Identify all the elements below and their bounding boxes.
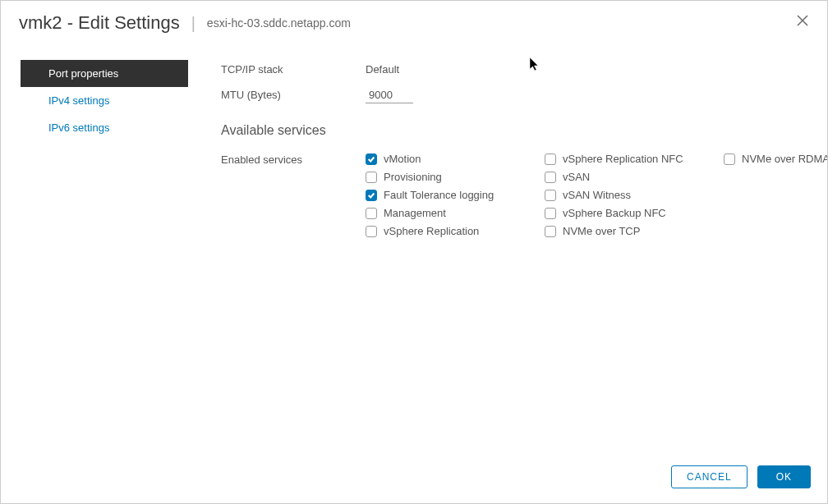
service-vsan[interactable]: vSAN bbox=[545, 171, 691, 183]
service-label: NVMe over RDMA bbox=[742, 153, 827, 165]
enabled-services-row: Enabled services vMotion Provisioning bbox=[221, 153, 827, 237]
checkbox-icon bbox=[545, 208, 556, 219]
checkbox-icon bbox=[366, 190, 377, 201]
service-label: vSAN bbox=[563, 171, 590, 183]
close-icon bbox=[797, 15, 808, 26]
dialog-subtitle: esxi-hc-03.sddc.netapp.com bbox=[207, 16, 351, 30]
edit-settings-dialog: vmk2 - Edit Settings | esxi-hc-03.sddc.n… bbox=[0, 0, 828, 504]
tcpip-stack-row: TCP/IP stack Default bbox=[221, 63, 827, 76]
dialog-header: vmk2 - Edit Settings | esxi-hc-03.sddc.n… bbox=[1, 1, 827, 45]
sidebar-item-ipv4-settings[interactable]: IPv4 settings bbox=[21, 87, 188, 114]
service-vmotion[interactable]: vMotion bbox=[366, 153, 512, 165]
service-management[interactable]: Management bbox=[366, 207, 512, 219]
tcpip-stack-value: Default bbox=[366, 63, 399, 76]
service-label: Management bbox=[384, 207, 446, 219]
enabled-services-label: Enabled services bbox=[221, 153, 366, 237]
checkbox-icon bbox=[545, 153, 556, 165]
service-label: vSAN Witness bbox=[563, 189, 631, 201]
checkbox-icon bbox=[366, 226, 377, 237]
service-nvme-over-rdma[interactable]: NVMe over RDMA bbox=[724, 153, 827, 165]
dialog-title: vmk2 - Edit Settings bbox=[19, 12, 180, 34]
checkbox-icon bbox=[366, 153, 377, 165]
cancel-button[interactable]: Cancel bbox=[671, 465, 748, 488]
sidebar-item-label: IPv6 settings bbox=[48, 121, 109, 134]
dialog-footer: Cancel OK bbox=[1, 456, 827, 503]
services-col-2: vSphere Replication NFC vSAN vSAN Witnes… bbox=[545, 153, 691, 237]
service-label: vSphere Replication bbox=[384, 225, 479, 237]
checkbox-icon bbox=[545, 190, 556, 201]
service-label: Fault Tolerance logging bbox=[384, 189, 494, 201]
service-nvme-over-tcp[interactable]: NVMe over TCP bbox=[545, 225, 691, 237]
header-separator: | bbox=[191, 14, 196, 33]
service-label: NVMe over TCP bbox=[563, 225, 640, 237]
sidebar-item-port-properties[interactable]: Port properties bbox=[21, 60, 188, 87]
service-label: Provisioning bbox=[384, 171, 442, 183]
available-services-title: Available services bbox=[221, 123, 827, 138]
sidebar-item-ipv6-settings[interactable]: IPv6 settings bbox=[21, 114, 188, 141]
sidebar-item-label: Port properties bbox=[48, 67, 118, 80]
service-label: vSphere Replication NFC bbox=[563, 153, 683, 165]
service-vsphere-backup-nfc[interactable]: vSphere Backup NFC bbox=[545, 207, 691, 219]
services-col-3: NVMe over RDMA bbox=[724, 153, 827, 237]
close-button[interactable] bbox=[794, 12, 811, 29]
dialog-body: Port properties IPv4 settings IPv6 setti… bbox=[1, 45, 827, 456]
tcpip-stack-label: TCP/IP stack bbox=[221, 63, 366, 76]
checkbox-icon bbox=[545, 172, 556, 183]
checkbox-icon bbox=[366, 208, 377, 219]
mtu-input[interactable] bbox=[366, 87, 413, 103]
checkbox-icon bbox=[724, 153, 735, 165]
service-label: vSphere Backup NFC bbox=[563, 207, 666, 219]
sidebar: Port properties IPv4 settings IPv6 setti… bbox=[1, 45, 188, 456]
ok-button[interactable]: OK bbox=[757, 465, 811, 488]
services-grid: vMotion Provisioning Fault Tolerance log… bbox=[366, 153, 827, 237]
service-vsan-witness[interactable]: vSAN Witness bbox=[545, 189, 691, 201]
service-vsphere-replication[interactable]: vSphere Replication bbox=[366, 225, 512, 237]
service-fault-tolerance-logging[interactable]: Fault Tolerance logging bbox=[366, 189, 512, 201]
sidebar-item-label: IPv4 settings bbox=[48, 94, 109, 107]
mtu-label: MTU (Bytes) bbox=[221, 89, 366, 101]
checkbox-icon bbox=[366, 172, 377, 183]
service-provisioning[interactable]: Provisioning bbox=[366, 171, 512, 183]
mtu-row: MTU (Bytes) bbox=[221, 87, 827, 103]
content-panel: TCP/IP stack Default MTU (Bytes) Availab… bbox=[188, 45, 827, 456]
service-vsphere-replication-nfc[interactable]: vSphere Replication NFC bbox=[545, 153, 691, 165]
service-label: vMotion bbox=[384, 153, 421, 165]
checkbox-icon bbox=[545, 226, 556, 237]
services-col-1: vMotion Provisioning Fault Tolerance log… bbox=[366, 153, 512, 237]
